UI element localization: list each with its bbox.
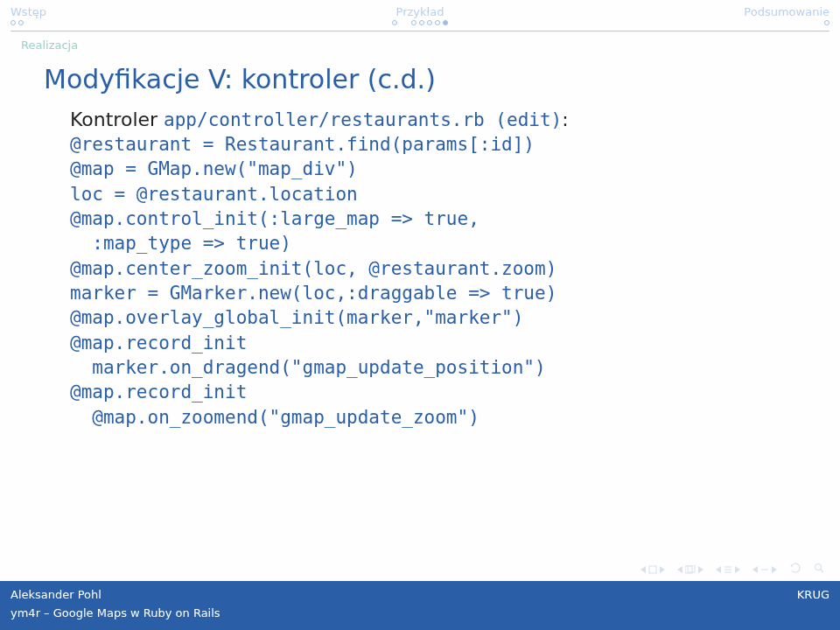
nav-section-left[interactable]: Wstęp	[10, 5, 284, 18]
footer-author: Aleksander Pohl	[10, 588, 102, 601]
svg-line-17	[821, 570, 823, 572]
svg-marker-7	[716, 566, 721, 573]
footer-row-2: ym4r – Google Maps w Ruby on Rails	[10, 606, 830, 620]
dots-left	[10, 20, 284, 25]
slide: Wstęp Przykład Podsumowanie Real	[0, 0, 840, 630]
triangle-left-icon	[677, 566, 684, 573]
progress-dot-current	[443, 20, 448, 25]
progress-dot	[411, 20, 416, 25]
progress-dots-row	[10, 18, 830, 29]
footer-talk-title: ym4r – Google Maps w Ruby on Rails	[10, 606, 220, 620]
triangle-left-icon	[716, 566, 723, 573]
progress-dot	[10, 20, 16, 25]
triangle-right-icon	[658, 566, 665, 573]
nav-back[interactable]	[789, 563, 802, 576]
progress-dot	[427, 20, 432, 25]
header-nav: Wstęp Przykład Podsumowanie Real	[0, 0, 840, 52]
slide-content: Modyfikacje V: kontroler (c.d.) Kontrole…	[0, 52, 840, 630]
nav-prev-slide[interactable]	[640, 565, 665, 574]
progress-dot	[392, 20, 397, 25]
nav-section-center[interactable]: Przykład	[284, 5, 556, 18]
footer: Aleksander Pohl KRUG ym4r – Google Maps …	[0, 581, 840, 630]
slide-box-icon	[648, 565, 657, 574]
footer-row-1: Aleksander Pohl KRUG	[10, 588, 830, 601]
svg-marker-12	[752, 566, 758, 573]
progress-dot	[435, 20, 440, 25]
nav-prev-frame[interactable]	[677, 565, 704, 574]
svg-marker-2	[660, 566, 665, 573]
svg-marker-6	[698, 566, 704, 573]
nav-single[interactable]	[752, 565, 777, 574]
code-block: @restaurant = Restaurant.find(params[:id…	[70, 132, 808, 430]
triangle-left-icon	[640, 566, 648, 573]
svg-marker-0	[640, 566, 646, 573]
search-icon	[814, 563, 824, 573]
progress-dot	[18, 20, 24, 25]
triangle-right-icon	[696, 566, 704, 573]
progress-dot	[419, 20, 424, 25]
triangle-right-icon	[733, 566, 740, 573]
triangle-right-icon	[770, 566, 777, 573]
svg-marker-11	[735, 566, 740, 573]
dots-right	[556, 20, 830, 25]
line-icon	[760, 565, 769, 574]
intro-suffix: :	[562, 108, 568, 130]
nav-section-right[interactable]: Podsumowanie	[556, 5, 830, 18]
intro-prefix: Kontroler	[70, 108, 164, 130]
intro-code-path: app/controller/restaurants.rb (edit)	[164, 109, 562, 130]
svg-marker-14	[772, 566, 777, 573]
subsection-label: Realizacja	[10, 33, 830, 52]
section-row: Wstęp Przykład Podsumowanie	[10, 5, 830, 18]
svg-marker-3	[677, 566, 682, 573]
slide-title: Modyfikacje V: kontroler (c.d.)	[44, 64, 808, 94]
intro-line: Kontroler app/controller/restaurants.rb …	[70, 108, 808, 130]
frames-icon	[685, 565, 696, 574]
beamer-nav-icons	[640, 563, 824, 576]
svg-point-16	[816, 564, 822, 570]
nav-lines[interactable]	[716, 565, 740, 574]
divider	[10, 31, 830, 32]
footer-org: KRUG	[797, 588, 830, 601]
dots-center	[284, 20, 556, 25]
progress-dot	[824, 20, 830, 25]
triangle-left-icon	[752, 566, 760, 573]
nav-search[interactable]	[814, 563, 824, 576]
lines-icon	[724, 565, 732, 574]
svg-rect-1	[649, 566, 656, 573]
undo-arrow-icon	[789, 563, 802, 573]
svg-marker-15	[790, 564, 793, 567]
